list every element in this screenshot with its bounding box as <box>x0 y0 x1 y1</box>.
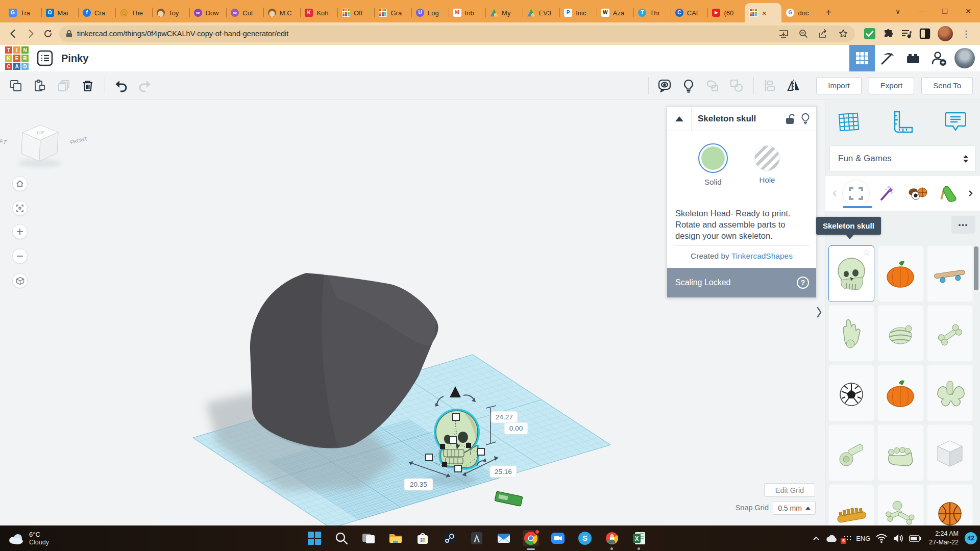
shape-tile-pelvis[interactable] <box>927 365 973 421</box>
category-playground[interactable] <box>935 180 961 207</box>
shape-tile-ribs[interactable] <box>877 305 923 362</box>
extensions-button[interactable] <box>881 27 895 41</box>
carousel-left-arrow[interactable] <box>829 180 840 207</box>
view-cube-front-label[interactable]: FRONT <box>69 136 88 145</box>
taskbar-icon-task-view[interactable] <box>360 530 377 546</box>
browser-tab[interactable]: TThr <box>633 3 671 22</box>
shape-tile-joint[interactable] <box>828 424 874 481</box>
hide-shape-button[interactable] <box>798 107 813 131</box>
bookmark-button[interactable] <box>836 26 851 41</box>
minimize-button[interactable]: — <box>910 0 933 22</box>
browser-tab[interactable]: ⒼThe <box>115 3 153 22</box>
taskbar-icon-skype[interactable]: S <box>577 530 593 546</box>
taskbar-icon-game[interactable] <box>469 530 485 546</box>
tab-search-icon[interactable]: ∨ <box>886 0 910 22</box>
url-text[interactable]: tinkercad.com/things/0f4pwCKALhV-copy-of… <box>77 30 771 38</box>
created-by-link[interactable]: TinkercadShapes <box>731 252 793 260</box>
redo-button[interactable] <box>136 77 154 94</box>
category-sports[interactable] <box>904 180 930 207</box>
close-button[interactable]: × <box>957 0 980 22</box>
notes-tool-button[interactable] <box>945 110 966 134</box>
show-all-button[interactable] <box>656 77 673 94</box>
browser-tab[interactable]: EV3 <box>523 3 560 22</box>
invite-user-button[interactable] <box>926 45 951 71</box>
zoom-button[interactable] <box>796 26 811 41</box>
browser-tab[interactable]: fCra <box>78 3 115 22</box>
shape-tile-pumpkin[interactable] <box>877 245 923 302</box>
tray-chevron-button[interactable] <box>813 536 820 541</box>
notification-count-badge[interactable]: 42 <box>965 532 977 544</box>
onedrive-icon[interactable] <box>825 534 837 543</box>
taskbar-icon-start[interactable] <box>306 530 323 546</box>
delete-button[interactable] <box>79 77 96 94</box>
taskbar-icon-search[interactable] <box>333 530 350 546</box>
dim-depth[interactable]: 25.16 <box>495 468 512 475</box>
taskbar-clock[interactable]: 2:24 AM 27-Mar-22 <box>929 530 959 547</box>
align-button[interactable] <box>761 77 778 94</box>
browser-tab[interactable]: Off <box>337 3 375 22</box>
category-magic[interactable] <box>873 180 900 207</box>
browser-tab[interactable]: WAza <box>597 3 634 22</box>
volume-icon[interactable] <box>893 533 904 543</box>
shape-tile-basketball[interactable] <box>927 484 973 525</box>
brick-export-button[interactable] <box>900 45 926 71</box>
shape-tile-soccer[interactable] <box>828 365 874 421</box>
share-button[interactable] <box>816 26 831 41</box>
wifi-icon[interactable] <box>875 533 888 543</box>
media-queue-button[interactable] <box>899 27 914 41</box>
paste-button[interactable] <box>31 77 48 94</box>
design-menu-button[interactable] <box>36 49 54 67</box>
shape-tile-skateboard[interactable] <box>927 245 973 302</box>
viewport[interactable]: 24.27 0.00 25.16 20.35 TOP LEFT FRONT <box>0 100 980 525</box>
tinkercad-profile-avatar[interactable] <box>954 48 975 68</box>
mirror-button[interactable] <box>785 77 802 94</box>
solid-option[interactable]: Solid <box>697 143 729 186</box>
send-to-button[interactable]: Send To <box>921 77 973 94</box>
green-widget[interactable] <box>495 491 523 506</box>
perspective-toggle-button[interactable] <box>12 273 28 288</box>
more-options-button[interactable]: ••• <box>951 216 975 234</box>
dark-reader-button[interactable] <box>918 27 932 41</box>
tinkercad-logo[interactable]: TINKERCAD <box>5 46 29 70</box>
minecraft-export-button[interactable] <box>875 45 900 71</box>
taskbar-icon-store[interactable] <box>414 530 431 546</box>
panel-scrollbar[interactable] <box>974 246 978 290</box>
copy-button[interactable] <box>7 77 24 94</box>
browser-tab-active[interactable]: × <box>745 3 782 22</box>
fit-view-button[interactable] <box>12 201 28 216</box>
undo-button[interactable] <box>112 77 130 94</box>
browser-tab[interactable]: ∞Cul <box>226 3 263 22</box>
browser-tab[interactable]: M.C <box>263 3 301 22</box>
browser-profile-avatar[interactable] <box>938 26 953 41</box>
snap-grid-dropdown[interactable]: 0.5 mm <box>773 501 816 515</box>
ungroup-button[interactable] <box>728 77 745 94</box>
taskbar-icon-steam[interactable] <box>442 530 458 546</box>
hole-swatch[interactable] <box>754 145 780 171</box>
view-cube-left-label[interactable]: LEFT <box>0 137 8 145</box>
shape-tile-bones[interactable] <box>877 484 923 525</box>
solid-swatch[interactable] <box>698 143 728 173</box>
browser-tab[interactable]: Gdoc <box>781 3 819 22</box>
taskbar-icon-mail[interactable] <box>496 530 512 546</box>
import-button[interactable]: Import <box>816 77 862 94</box>
lock-toggle-button[interactable] <box>782 107 798 131</box>
carousel-right-arrow[interactable] <box>966 180 976 207</box>
browser-tab[interactable]: Gra <box>374 3 411 22</box>
taskbar-icon-file-explorer[interactable] <box>387 530 404 546</box>
taskbar-icon-excel[interactable]: X <box>631 530 647 546</box>
taskbar-weather-widget[interactable]: 6°C Cloudy <box>0 531 49 546</box>
ruler-tool-button[interactable] <box>890 110 914 134</box>
taskbar-icon-chrome-profile[interactable] <box>604 530 620 546</box>
zoom-out-button[interactable] <box>12 248 28 264</box>
save-page-button[interactable] <box>776 26 791 41</box>
dashboard-grid-button[interactable] <box>849 45 875 71</box>
dim-width[interactable]: 20.35 <box>410 481 427 488</box>
zoom-in-button[interactable] <box>12 224 28 239</box>
light-button[interactable] <box>680 77 697 94</box>
browser-tab[interactable]: GTra <box>4 3 41 22</box>
duplicate-button[interactable] <box>55 77 72 94</box>
favorite-star-icon[interactable]: ☆ <box>863 247 870 258</box>
scaling-help-button[interactable]: ? <box>797 277 809 289</box>
home-view-button[interactable] <box>12 176 28 191</box>
shape-tile-hand[interactable] <box>828 305 874 362</box>
